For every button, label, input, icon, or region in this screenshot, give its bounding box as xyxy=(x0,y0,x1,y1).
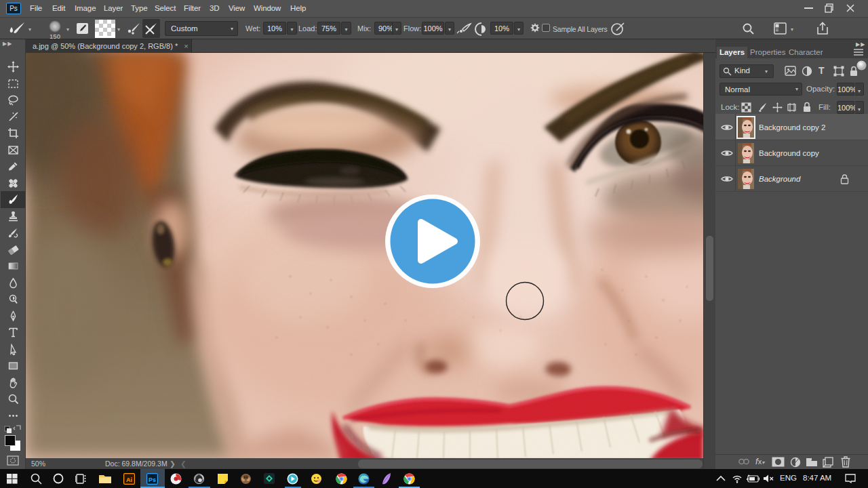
svg-text:Ai: Ai xyxy=(126,476,132,483)
svg-text:Ps: Ps xyxy=(149,476,156,483)
